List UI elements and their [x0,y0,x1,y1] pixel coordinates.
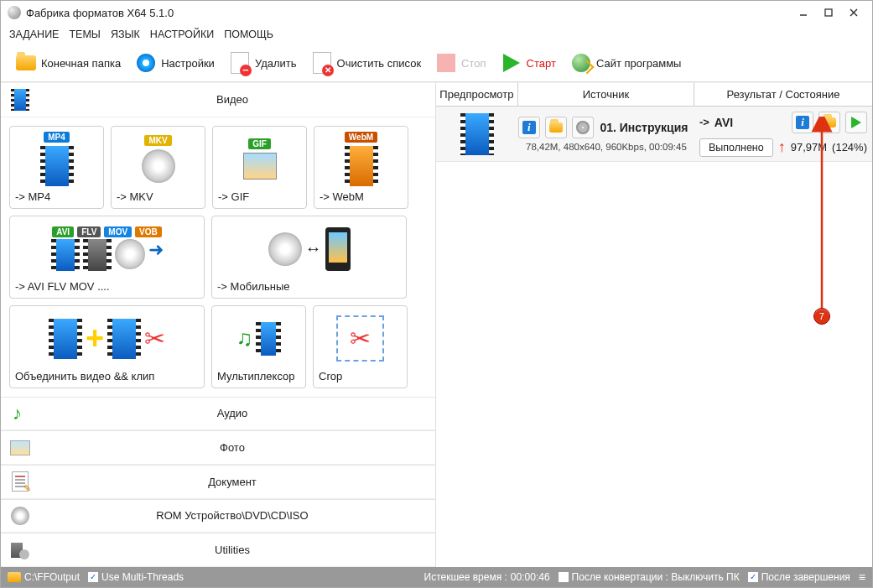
badge-mov: MOV [104,226,132,237]
tile-mkv[interactable]: MKV -> MKV [111,126,205,209]
website-button[interactable]: Сайт программы [564,49,689,76]
elapsed-label: Истекшее время : [424,571,507,583]
tile-mkv-label: -> MKV [117,190,200,203]
tile-mux[interactable]: ♫ Мультиплексор [211,305,306,388]
disc-thumb-icon [142,149,175,183]
category-rom-label: ROM Устройство\DVD\CD\ISO [38,509,427,522]
col-preview: Предпросмотр [436,83,518,106]
checkbox-icon[interactable]: ✓ [559,572,569,582]
annotation-bubble: 7 [813,308,830,325]
tile-join[interactable]: + ✂ Объединить видео && клип [9,305,205,388]
window-title: Фабрика форматов X64 5.1.0 [26,7,174,19]
tile-mobile[interactable]: ↔ -> Мобильные [211,216,407,299]
menu-bar: ЗАДАНИЕ ТЕМЫ ЯЗЫК НАСТРОЙКИ ПОМОЩЬ [1,24,872,44]
start-button[interactable]: Старт [495,49,563,76]
job-percent: (124%) [832,141,867,154]
status-bar: C:\FFOutput ✓ Use Multi-Threads Истекшее… [1,567,872,587]
utilities-icon [11,541,29,559]
menu-themes[interactable]: ТЕМЫ [69,29,100,40]
result-folder-button[interactable] [818,112,840,133]
film-thumb-icon [345,146,378,186]
output-folder-label: Конечная папка [41,57,121,70]
folder-icon [823,117,836,127]
menu-help[interactable]: ПОМОЩЬ [224,29,273,40]
job-title: 01. Инструкция [594,121,694,134]
status-threads[interactable]: ✓ Use Multi-Threads [88,571,184,583]
minimize-button[interactable] [792,4,815,21]
gear-icon [137,54,155,72]
category-photo-header[interactable]: Фото [1,430,435,465]
elapsed-value: 00:00:46 [511,571,550,583]
video-icon [11,89,29,111]
category-audio-header[interactable]: Аудио [1,397,435,431]
tile-webm-label: -> WebM [320,190,403,203]
category-utilities-label: Utilities [38,544,427,556]
delete-button[interactable]: Удалить [223,49,304,76]
folder-icon [549,122,563,133]
job-info-button[interactable]: i [518,117,540,138]
tile-mobile-label: -> Мобильные [217,280,401,293]
category-video-header[interactable]: Видео [1,83,435,117]
folder-icon [16,55,36,70]
tile-crop[interactable]: ✂ Crop [313,305,408,388]
menu-language[interactable]: ЯЗЫК [111,29,140,40]
status-after-done[interactable]: ✓ После завершения [748,571,850,583]
status-output-path[interactable]: C:\FFOutput [8,571,80,583]
job-size: 97,97M [791,141,827,154]
stop-label: Стоп [461,57,486,70]
checkbox-icon[interactable]: ✓ [748,572,758,582]
clear-label: Очистить список [337,57,422,70]
badge-mkv: MKV [144,135,171,146]
menu-settings[interactable]: НАСТРОЙКИ [150,29,214,40]
job-row[interactable]: i 01. Инструкция 78,42M, 480x640, 960Kbp… [436,107,872,162]
result-play-button[interactable] [845,112,867,133]
film-thumb-icon [51,239,80,271]
tile-crop-label: Crop [319,370,402,382]
play-icon [851,117,861,128]
output-folder-button[interactable]: Конечная папка [9,49,127,76]
tile-gif[interactable]: GIF -> GIF [212,126,307,209]
svg-rect-1 [825,9,832,16]
close-button[interactable] [842,4,865,21]
gear-icon [576,121,590,134]
menu-task[interactable]: ЗАДАНИЕ [9,29,59,40]
job-folder-button[interactable] [545,117,567,138]
job-meta: 78,42M, 480x640, 960Kbps, 00:09:45 [518,142,694,152]
category-rom-header[interactable]: ROM Устройство\DVD\CD\ISO [1,499,435,533]
settings-button[interactable]: Настройки [129,49,221,76]
category-document-header[interactable]: Документ [1,465,435,499]
tile-avi-flv-mov[interactable]: AVI FLV MOV VOB ➜ -> AVI FLV MOV .... [9,216,205,299]
threads-label: Use Multi-Threads [101,571,184,583]
film-thumb-icon [83,239,112,271]
plus-icon: + [86,320,104,356]
image-thumb-icon [243,153,277,180]
after-conv-label: После конвертации : Выключить ПК [572,571,740,583]
size-up-icon: ↑ [778,138,786,156]
annotation-number: 7 [819,311,824,321]
crop-frame-icon: ✂ [336,315,384,362]
disc-thumb-icon [115,239,145,269]
video-tiles: MP4 -> MP4 MKV -> MKV GIF -> GIF [1,117,435,397]
category-utilities-header[interactable]: Utilities [1,533,435,567]
result-info-button[interactable]: i [792,112,813,133]
info-icon: i [522,121,536,134]
job-settings-button[interactable] [572,117,594,138]
website-label: Сайт программы [596,57,682,70]
tile-webm[interactable]: WebM -> WebM [314,126,408,209]
status-menu-icon[interactable]: ≡ [859,570,865,584]
clear-list-button[interactable]: Очистить список [305,49,429,76]
play-icon [503,54,520,72]
arrow-icon: -> [699,116,709,128]
badge-webm: WebM [345,132,377,143]
badge-mp4: MP4 [44,132,70,143]
category-video-label: Видео [38,93,427,106]
maximize-button[interactable] [817,4,840,21]
checkbox-icon[interactable]: ✓ [88,572,98,582]
tile-mp4[interactable]: MP4 -> MP4 [9,126,104,209]
tile-gif-label: -> GIF [218,190,301,203]
col-source: Источник [518,83,694,106]
job-status-button[interactable]: Выполнено [699,138,773,157]
output-path-label: C:\FFOutput [24,571,80,583]
status-after-conversion[interactable]: ✓ После конвертации : Выключить ПК [559,571,740,583]
stop-button[interactable]: Стоп [429,49,492,76]
